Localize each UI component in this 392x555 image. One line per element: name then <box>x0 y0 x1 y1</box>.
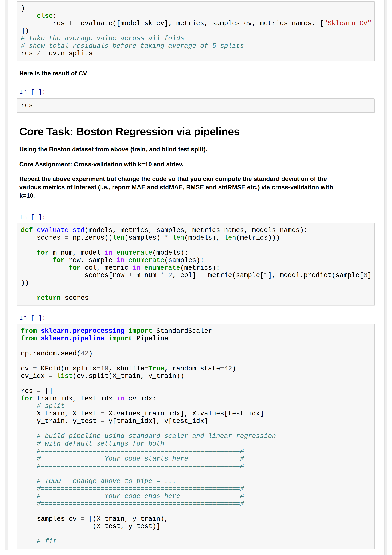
code-line <box>21 343 371 350</box>
code-line: from sklearn.preprocessing import Standa… <box>21 327 371 335</box>
code-line <box>21 425 371 433</box>
para-repeat-line: various metrics of interest (i.e., repor… <box>19 183 375 191</box>
code-line: # show total residuals before taking ave… <box>21 42 371 50</box>
code-line: # with default settings for both <box>21 440 371 448</box>
code-line: ]) <box>21 27 371 35</box>
code-line: res <box>21 102 371 110</box>
code-line <box>21 470 371 478</box>
code-line: res = [] <box>21 387 371 395</box>
code-line: else: <box>21 12 371 20</box>
page-title: Core Task: Boston Regression via pipelin… <box>19 125 375 138</box>
code-line: y_train, y_test = y[train_idx], y[test_i… <box>21 417 371 425</box>
code-line: # build pipeline using standard scaler a… <box>21 433 371 440</box>
notebook: ) else: res += evaluate([model_sk_cv], m… <box>17 0 375 549</box>
code-line: # split <box>21 402 371 410</box>
code-line <box>21 358 371 365</box>
code-cell-res[interactable]: res <box>17 98 375 113</box>
code-line: np.random.seed(42) <box>21 350 371 358</box>
code-line: )) <box>21 279 371 287</box>
code-line: for train_idx, test_idx in cv_idx: <box>21 395 371 403</box>
code-line: def evaluate_std(models, metrics, sample… <box>21 227 371 234</box>
code-line <box>21 508 371 515</box>
code-line: # Your code starts here # <box>21 455 371 463</box>
para-repeat-line: Repeat the above experiment but change t… <box>19 175 375 183</box>
input-prompt: In [ ]: <box>19 214 375 221</box>
code-line: #=======================================… <box>21 448 371 455</box>
input-prompt: In [ ]: <box>19 88 375 96</box>
code-line: cv_idx = list(cv.split(X_train, y_train)… <box>21 372 371 380</box>
code-line: # take the average value across all fold… <box>21 35 371 42</box>
left-scrollbar[interactable] <box>5 0 8 550</box>
code-line: (X_test, y_test)] <box>21 523 371 530</box>
para-repeat: Repeat the above experiment but change t… <box>19 175 375 200</box>
code-line: # fit <box>21 538 371 545</box>
code-line: res += evaluate([model_sk_cv], metrics, … <box>21 20 371 27</box>
code-cell-cv-average[interactable]: ) else: res += evaluate([model_sk_cv], m… <box>17 1 375 61</box>
code-line <box>21 242 371 249</box>
code-line: #=======================================… <box>21 485 371 493</box>
code-line: return scores <box>21 294 371 302</box>
code-cell-evaluate-std[interactable]: def evaluate_std(models, metrics, sample… <box>17 223 375 305</box>
code-line: scores = np.zeros((len(samples) * len(mo… <box>21 234 371 242</box>
result-note: Here is the result of CV <box>19 70 375 77</box>
code-line <box>21 380 371 388</box>
right-scrollbar[interactable] <box>385 0 387 555</box>
para-assignment: Core Assignment: Cross-validation with k… <box>19 161 375 168</box>
code-line: res /= cv.n_splits <box>21 50 371 58</box>
code-line: scores[row + m_num * 2, col] = metric(sa… <box>21 272 371 279</box>
code-line: # TODO - change above to pipe = ... <box>21 478 371 485</box>
code-line: ) <box>21 5 371 12</box>
code-cell-pipeline-cv[interactable]: from sklearn.preprocessing import Standa… <box>17 324 375 549</box>
code-line: from sklearn.pipeline import Pipeline <box>21 335 371 343</box>
code-line: cv = KFold(n_splits=10, shuffle=True, ra… <box>21 365 371 373</box>
para-repeat-line: k=10. <box>19 191 375 200</box>
code-line: for row, sample in enumerate(samples): <box>21 257 371 264</box>
code-line: #=======================================… <box>21 500 371 508</box>
code-line: # Your code ends here # <box>21 493 371 500</box>
para-dataset: Using the Boston dataset from above (tra… <box>19 146 375 153</box>
input-prompt: In [ ]: <box>19 314 375 322</box>
code-line <box>21 530 371 538</box>
code-line: X_train, X_test = X.values[train_idx], X… <box>21 410 371 418</box>
code-line: for col, metric in enumerate(metrics): <box>21 264 371 272</box>
code-line: for m_num, model in enumerate(models): <box>21 249 371 257</box>
code-line: samples_cv = [(X_train, y_train), <box>21 515 371 523</box>
code-line <box>21 287 371 294</box>
code-line: #=======================================… <box>21 463 371 470</box>
